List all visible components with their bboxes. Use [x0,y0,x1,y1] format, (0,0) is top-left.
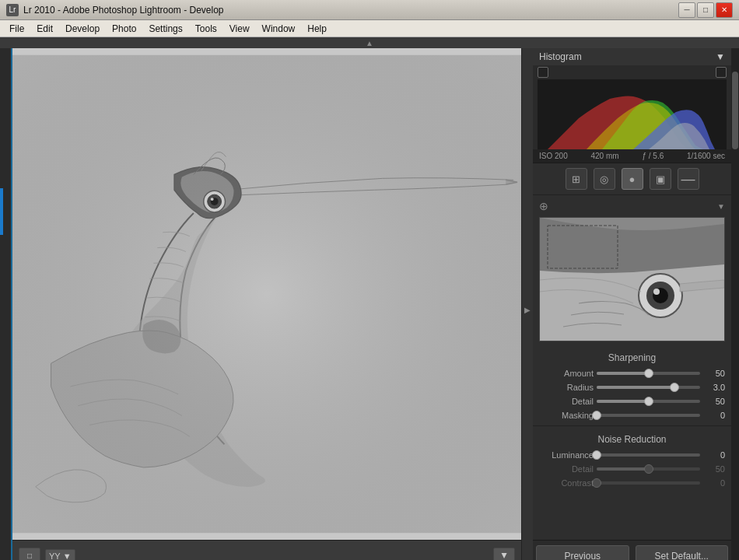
noise-detail-slider[interactable] [597,467,700,471]
histogram-header: Histogram ▼ [533,48,731,65]
menu-photo[interactable]: Photo [106,22,142,36]
svg-rect-8 [12,55,521,533]
bird-svg: ↕ [12,48,521,540]
sharpening-masking-thumb[interactable] [592,411,601,420]
menu-help[interactable]: Help [301,22,333,36]
top-chevron-icon: ▲ [366,39,373,47]
histogram-highlight-clip[interactable] [716,67,727,78]
detail-preview-image [539,217,725,341]
set-default-button[interactable]: Set Default... [636,545,729,560]
sharpening-amount-thumb[interactable] [644,369,653,378]
app-icon: Lr [6,4,19,16]
detail-panel-header: ⊕ ▼ [533,195,731,217]
histogram-section: Histogram ▼ [533,48,731,163]
minimize-button[interactable]: ─ [678,2,695,18]
photo-canvas[interactable]: ↕ [12,48,521,540]
noise-detail-thumb[interactable] [644,464,653,474]
noise-contrast-thumb[interactable] [592,478,601,488]
histogram-shadow-clip[interactable] [538,67,548,78]
detail-panel-crosshair-icon[interactable]: ⊕ [539,200,548,212]
spot-removal-icon[interactable]: ◎ [594,168,615,190]
noise-luminance-thumb[interactable] [592,450,601,460]
menu-window[interactable]: Window [256,22,302,36]
histogram-iso: ISO 200 [539,152,568,160]
histogram-corners [533,65,731,79]
noise-reduction-title: Noise Reduction [533,429,731,448]
histogram-collapse-icon[interactable]: ▼ [716,51,725,62]
sharpening-radius-fill [597,386,674,389]
sharpening-detail-row: Detail 50 [533,394,731,408]
menu-file[interactable]: File [3,22,30,36]
close-button[interactable]: ✕ [716,2,733,18]
sharpening-detail-value: 50 [703,397,725,406]
sharpening-masking-slider[interactable] [597,414,700,417]
histogram-title: Histogram [539,51,582,62]
title-bar: Lr Lr 2010 - Adobe Photoshop Lightroom -… [0,0,739,20]
sharpening-masking-value: 0 [703,411,725,420]
noise-contrast-value: 0 [703,478,725,488]
detail-panel-collapse-icon[interactable]: ▼ [717,202,725,211]
histogram-info: ISO 200 420 mm ƒ / 5.6 1/1600 sec [533,149,731,163]
sharpening-radius-slider[interactable] [597,386,700,389]
crop-tool-icon[interactable]: ⊞ [566,168,587,190]
sharpening-amount-label: Amount [539,369,594,378]
sharpening-detail-label: Detail [539,397,594,406]
right-panel-collapse-button[interactable]: ▶ [522,48,533,560]
canvas-scroll-down-button[interactable]: ▲ [493,548,515,561]
window-controls: ─ □ ✕ [678,2,733,18]
menu-settings[interactable]: Settings [142,22,188,36]
noise-contrast-label: Contrast [539,478,594,488]
noise-contrast-slider[interactable] [597,481,700,485]
yy-dropdown-arrow-icon: ▼ [63,551,72,561]
noise-reduction-section: Noise Reduction Luminance 0 Detail [533,429,731,496]
noise-luminance-value: 0 [703,450,725,460]
adjustment-brush-icon[interactable]: — [678,168,699,190]
maximize-button[interactable]: □ [697,2,714,18]
title-bar-left: Lr Lr 2010 - Adobe Photoshop Lightroom -… [6,4,224,16]
sharpening-amount-slider[interactable] [597,372,700,375]
right-scrollbar[interactable] [731,48,739,560]
sharpening-amount-value: 50 [703,369,725,378]
main-layout: ↕ □ YY ▼ ▲ ▶ [0,48,739,560]
menu-tools[interactable]: Tools [189,22,223,36]
graduated-filter-icon[interactable]: ▣ [650,168,671,190]
sharpening-radius-label: Radius [539,383,594,392]
sharpening-amount-row: Amount 50 [533,366,731,380]
view-mode-icon: □ [27,551,32,560]
sharpening-masking-row: Masking 0 [533,408,731,422]
right-scroll-thumb[interactable] [732,72,738,149]
noise-luminance-slider[interactable] [597,453,700,457]
sharpening-detail-thumb[interactable] [644,397,653,406]
canvas-area: ↕ □ YY ▼ ▲ [12,48,522,560]
view-mode-button[interactable]: □ [19,548,40,561]
canvas-toolbar: □ YY ▼ ▲ [12,540,521,560]
sharpening-radius-thumb[interactable] [670,383,679,392]
noise-detail-label: Detail [539,464,594,474]
sharpening-title: Sharpening [533,348,731,366]
yy-label: YY [49,551,61,561]
sharpening-masking-label: Masking [539,411,594,420]
sharpening-detail-slider[interactable] [597,400,700,403]
noise-contrast-row: Contrast 0 [533,476,731,490]
previous-button[interactable]: Previous [536,545,629,560]
red-eye-icon[interactable]: ● [622,168,643,190]
yy-dropdown[interactable]: YY ▼ [45,549,75,561]
noise-detail-value: 50 [703,464,725,474]
panel-top-arrow[interactable]: ▲ [0,37,739,48]
sharpening-radius-value: 3.0 [703,383,725,392]
detail-panel: ⊕ ▼ [533,195,731,540]
histogram-shutter: 1/1600 sec [687,152,725,160]
right-panel-collapse-icon: ▶ [524,306,531,314]
left-panel-indicator [0,188,3,235]
menu-edit[interactable]: Edit [30,22,59,36]
sharpening-amount-fill [597,372,649,375]
menu-view[interactable]: View [223,22,256,36]
histogram-aperture: ƒ / 5.6 [642,152,664,160]
svg-text:↕: ↕ [24,348,28,357]
noise-luminance-row: Luminance 0 [533,448,731,462]
menu-develop[interactable]: Develop [59,22,106,36]
noise-detail-row: Detail 50 [533,462,731,476]
svg-point-17 [653,289,660,295]
app-title: Lr 2010 - Adobe Photoshop Lightroom - De… [23,5,224,16]
noise-luminance-label: Luminance [539,450,594,460]
